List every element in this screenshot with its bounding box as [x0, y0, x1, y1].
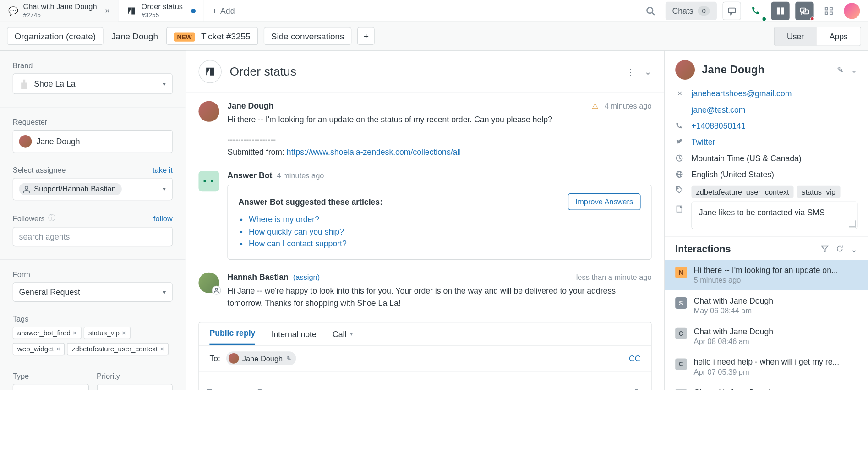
crumb-user[interactable]: Jane Dough: [109, 27, 160, 44]
interaction-item[interactable]: SChat with Jane DoughMay 06 08:44 am: [665, 290, 868, 321]
suggested-article-link[interactable]: How can I contact support?: [249, 239, 641, 248]
close-icon[interactable]: ×: [675, 89, 684, 98]
customer-twitter[interactable]: Twitter: [691, 137, 715, 147]
customer-email[interactable]: janeheartshoes@gmail.com: [691, 89, 792, 98]
tag-chip[interactable]: status_vip ×: [84, 327, 131, 339]
customer-note[interactable]: Jane likes to be contacted via SMS: [691, 202, 857, 229]
message-time: ⚠ 4 minutes ago: [592, 101, 651, 110]
toggle-user[interactable]: User: [774, 27, 817, 45]
improve-answers-button[interactable]: Improve Answers: [568, 193, 640, 210]
take-it-link[interactable]: take it: [153, 166, 173, 175]
assign-link[interactable]: (assign): [293, 273, 320, 281]
requester-select[interactable]: Jane Dough: [13, 130, 173, 153]
add-tab-button[interactable]: + Add: [204, 6, 243, 15]
expand-icon[interactable]: [633, 388, 643, 390]
interaction-item[interactable]: Chello i need help - when will i get my …: [665, 351, 868, 382]
message-bot: • • Answer Bot 4 minutes ago Answer Bot …: [198, 171, 651, 260]
apps-grid-icon[interactable]: [819, 1, 838, 20]
brand-select[interactable]: Shoe La La ▾: [13, 73, 173, 94]
priority-select[interactable]: - ▾: [97, 384, 173, 390]
svg-point-19: [677, 188, 678, 189]
interaction-item[interactable]: NHi there -- I'm looking for an update o…: [665, 260, 868, 290]
crumb-side-conversations[interactable]: Side conversations: [263, 27, 351, 45]
profile-avatar[interactable]: [844, 3, 860, 19]
toggle-apps[interactable]: Apps: [817, 27, 861, 45]
followers-input[interactable]: search agents: [13, 227, 173, 246]
tab-ticket[interactable]: Order status #3255: [118, 0, 204, 22]
submitted-link[interactable]: https://www.shoelala-zendesk.com/collect…: [287, 147, 461, 156]
reply-tab-call[interactable]: Call ▾: [333, 328, 353, 345]
phone-icon[interactable]: [747, 1, 765, 20]
message-author: Hannah Bastian: [227, 273, 288, 282]
chat-status-icon[interactable]: [795, 1, 813, 20]
customer-phone[interactable]: +14088050141: [691, 121, 745, 131]
to-label: To:: [209, 354, 220, 363]
type-select[interactable]: - ▾: [13, 384, 89, 390]
search-icon[interactable]: [256, 388, 264, 390]
layout-icon[interactable]: [771, 1, 789, 20]
crumb-ticket[interactable]: NEW Ticket #3255: [166, 27, 258, 45]
cc-button[interactable]: CC: [629, 354, 640, 363]
attachment-icon[interactable]: [221, 388, 229, 390]
svg-point-12: [215, 288, 218, 290]
close-icon[interactable]: ×: [105, 6, 109, 15]
search-icon[interactable]: [641, 1, 660, 20]
tab-chat[interactable]: 💬 Chat with Jane Dough #2745 ×: [0, 0, 118, 22]
add-side-conversation-button[interactable]: +: [358, 27, 375, 45]
reply-textarea[interactable]: [199, 371, 651, 383]
interaction-item[interactable]: CChat with Jane DoughApr 08 08:46 am: [665, 321, 868, 352]
to-value: Jane Dough: [242, 354, 283, 363]
remove-icon[interactable]: ×: [73, 329, 77, 337]
chevron-down-icon: ▾: [163, 390, 166, 390]
collapse-icon[interactable]: ⌄: [644, 67, 651, 76]
form-select[interactable]: General Request ▾: [13, 282, 173, 302]
refresh-icon[interactable]: [835, 245, 844, 254]
tag-chip[interactable]: zdbetafeature_user_context ×: [67, 343, 169, 355]
info-icon: ⓘ: [48, 213, 55, 224]
svg-rect-4: [781, 7, 784, 14]
chevron-down-icon[interactable]: ⌄: [851, 245, 857, 254]
remove-icon[interactable]: ×: [160, 345, 164, 353]
interaction-time: Apr 08 08:46 am: [694, 337, 858, 346]
follow-link[interactable]: follow: [153, 214, 173, 223]
remove-icon[interactable]: ×: [56, 345, 60, 353]
more-icon[interactable]: ⋮: [626, 67, 634, 76]
chevron-down-icon[interactable]: ⌄: [851, 65, 857, 74]
svg-rect-9: [825, 12, 828, 14]
customer-email[interactable]: jane@test.com: [691, 105, 745, 114]
tags-container[interactable]: answer_bot_fired ×status_vip ×web_widget…: [13, 327, 173, 359]
suggested-article-link[interactable]: How quickly can you ship?: [249, 227, 641, 236]
chats-button[interactable]: Chats 0: [665, 1, 716, 20]
interaction-title: Hi there -- I'm looking for an update on…: [694, 266, 858, 275]
interactions-title: Interactions: [675, 244, 731, 255]
interaction-item[interactable]: CChat with Jane DoughApr 01 01:39 pm: [665, 382, 868, 390]
conversations-icon[interactable]: [723, 1, 741, 20]
clock-icon: [675, 154, 684, 162]
svg-rect-8: [830, 7, 832, 10]
phone-icon: [675, 122, 684, 130]
crumb-org[interactable]: Organization (create): [7, 27, 103, 45]
status-badge: C: [675, 328, 687, 339]
followers-label: Followers ⓘ follow: [13, 213, 173, 224]
emoji-icon[interactable]: ☺: [239, 388, 247, 390]
alert-dot-icon: [810, 16, 814, 21]
reply-tab-internal[interactable]: Internal note: [272, 328, 317, 345]
filter-icon[interactable]: [821, 245, 829, 254]
reply-tab-public[interactable]: Public reply: [209, 328, 255, 345]
suggested-article-link[interactable]: Where is my order?: [249, 215, 641, 224]
to-chip[interactable]: Jane Dough ✎: [226, 351, 296, 365]
avatar: [198, 101, 219, 122]
tag-chip[interactable]: answer_bot_fired ×: [13, 327, 82, 339]
pencil-icon[interactable]: ✎: [286, 354, 291, 362]
tag-chip[interactable]: web_widget ×: [13, 343, 65, 355]
remove-icon[interactable]: ×: [122, 329, 126, 337]
interaction-title: hello i need help - when will i get my r…: [694, 357, 858, 366]
tab-bar: 💬 Chat with Jane Dough #2745 × Order sta…: [0, 0, 868, 22]
svg-point-11: [25, 186, 28, 189]
chevron-down-icon: ▾: [163, 288, 166, 295]
assignee-select[interactable]: Support/Hannah Bastian ▾: [13, 178, 173, 200]
chevron-down-icon: ▾: [350, 331, 353, 337]
brand-value: Shoe La La: [34, 79, 75, 88]
text-format-icon[interactable]: T: [207, 388, 212, 390]
pencil-icon[interactable]: ✎: [837, 65, 844, 74]
